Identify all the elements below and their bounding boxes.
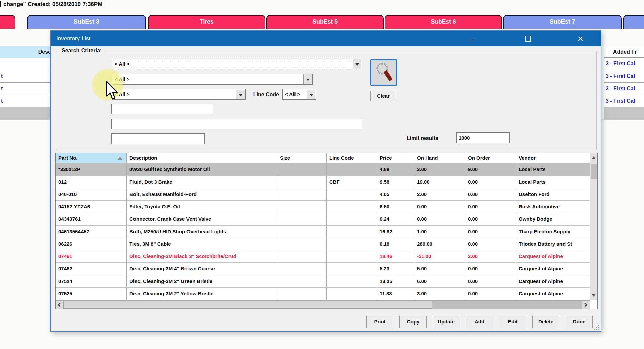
- scroll-left-icon: [58, 303, 62, 307]
- inventory-table: Part No. Description Size Line Code Pric…: [55, 153, 598, 309]
- category-dropdown-button[interactable]: [303, 74, 312, 84]
- background-row[interactable]: 3 - First Cal: [604, 83, 644, 95]
- dialog-titlebar[interactable]: Inventory List ×: [51, 31, 601, 46]
- background-row[interactable]: t: [0, 83, 51, 95]
- done-button[interactable]: Done: [566, 316, 593, 328]
- horizontal-scroll-thumb[interactable]: [63, 301, 432, 309]
- tab-subest5[interactable]: SubEst 5: [266, 15, 384, 29]
- table-row[interactable]: 04613564457Bulb, M250/U HID Shop Overhea…: [56, 226, 597, 238]
- table-row[interactable]: 07524Disc, Cleaning-3M 2" Green Bristle1…: [56, 275, 597, 288]
- manufacturer-select[interactable]: < All >: [112, 89, 246, 100]
- background-row[interactable]: t: [0, 95, 51, 107]
- scroll-left-button[interactable]: [56, 301, 63, 309]
- minimize-icon: [470, 40, 474, 40]
- clear-button[interactable]: Clear: [370, 91, 396, 101]
- table-row[interactable]: 04152-YZZA6Filter, Toyota O.E. Oil6.500.…: [56, 201, 597, 213]
- column-header-size[interactable]: Size: [277, 153, 327, 163]
- background-column-header-description: Desc: [0, 46, 51, 58]
- maximize-icon: [525, 36, 531, 42]
- background-row[interactable]: [0, 58, 51, 70]
- update-button[interactable]: Update: [433, 316, 460, 328]
- background-row[interactable]: t: [0, 70, 51, 83]
- scroll-right-icon: [583, 303, 587, 307]
- scroll-down-icon[interactable]: [592, 294, 596, 297]
- table-row-negative-stock[interactable]: 07461Disc, Cleaning-3M Black 3" Scotchbr…: [56, 250, 597, 263]
- scroll-up-icon[interactable]: [592, 156, 596, 159]
- column-header-on-hand[interactable]: On Hand: [414, 153, 465, 163]
- close-button[interactable]: ×: [579, 31, 595, 46]
- dialog-title: Inventory List: [56, 31, 90, 46]
- vertical-scroll-thumb[interactable]: [591, 164, 597, 179]
- vendor-dropdown-button[interactable]: [353, 59, 361, 69]
- table-row[interactable]: 012Fluid, Dot 3 BrakeCBF9.5819.000.00Loc…: [56, 176, 597, 188]
- close-icon: ×: [577, 33, 583, 45]
- delete-button[interactable]: Delete: [532, 316, 559, 328]
- vertical-scrollbar[interactable]: [590, 153, 597, 300]
- table-row[interactable]: *330212P0W20 GulfTec Synthetic Motor Oil…: [56, 163, 597, 176]
- magnifier-icon: [371, 60, 395, 84]
- tab-partial-left[interactable]: [0, 15, 15, 29]
- vendor-select[interactable]: < All >: [112, 59, 362, 69]
- line-code-label: Line Code: [239, 92, 279, 98]
- limit-results-label: Limit results: [396, 135, 438, 141]
- limit-results-input[interactable]: [456, 132, 510, 143]
- column-header-on-order[interactable]: On Order: [465, 153, 516, 163]
- background-column-divider: [603, 46, 603, 120]
- line-code-dropdown-button[interactable]: [307, 90, 315, 99]
- copy-button[interactable]: Copy: [399, 316, 427, 328]
- background-row[interactable]: 3 - First Cal: [604, 70, 644, 83]
- print-button[interactable]: Print: [366, 316, 393, 328]
- tab-partial-right[interactable]: [623, 15, 644, 29]
- chevron-down-icon: [355, 63, 359, 66]
- table-row[interactable]: 04343761Connector, Crank Case Vent Valve…: [56, 213, 597, 226]
- search-criteria-label: Search Criteria:: [60, 48, 104, 54]
- search-button[interactable]: [370, 59, 397, 86]
- table-row[interactable]: 07482Disc, Cleaning-3M 4" Brown Coarse5.…: [56, 263, 597, 275]
- add-button[interactable]: Add: [466, 316, 493, 328]
- table-row[interactable]: 040-010Bolt, Exhaust Manifold-Ford4.052.…: [56, 188, 597, 201]
- table-row[interactable]: 07525Disc, Cleaning-3M 2" Yellow Bristle…: [56, 288, 597, 300]
- background-row[interactable]: 3 - First Cal: [604, 95, 644, 107]
- description-input[interactable]: [111, 119, 362, 129]
- edit-button[interactable]: Edit: [499, 316, 526, 328]
- sort-ascending-icon: [118, 157, 122, 160]
- chevron-down-icon: [309, 94, 313, 96]
- background-row-gray: [0, 107, 51, 120]
- category-select[interactable]: < All >: [112, 74, 313, 85]
- scroll-right-button[interactable]: [582, 301, 590, 309]
- chevron-down-icon: [306, 79, 310, 81]
- size-input[interactable]: [111, 133, 205, 144]
- inventory-list-dialog: Inventory List × Search Criteria: Vendor…: [50, 30, 601, 332]
- horizontal-scrollbar[interactable]: [56, 300, 590, 309]
- background-row-gray: [604, 107, 644, 120]
- part-no-input[interactable]: [111, 104, 213, 114]
- table-row[interactable]: 06226Ties, 3M 8" Cable0.18289.000.00Trio…: [56, 238, 597, 250]
- tabbar-divider: [0, 29, 644, 29]
- tab-subest6[interactable]: SubEst 6: [385, 15, 502, 29]
- column-header-description[interactable]: Description: [127, 153, 277, 163]
- tab-subest3[interactable]: SubEst 3: [27, 15, 146, 29]
- estimate-status-text: change" Created: 05/28/2019 7:36PM: [3, 1, 102, 8]
- tab-subest7[interactable]: SubEst 7: [503, 15, 622, 29]
- mouse-cursor-icon: [106, 81, 119, 100]
- tab-tires[interactable]: Tires: [148, 15, 265, 29]
- column-header-part-no[interactable]: Part No.: [56, 153, 127, 163]
- column-header-vendor[interactable]: Vendor: [516, 153, 590, 163]
- screen: change" Created: 05/28/2019 7:36PM SubEs…: [0, 0, 644, 349]
- table-header-row: Part No. Description Size Line Code Pric…: [56, 153, 597, 163]
- background-row[interactable]: 3 - First Cal: [604, 58, 644, 70]
- resize-grip[interactable]: [594, 324, 599, 330]
- maximize-button[interactable]: [553, 31, 569, 46]
- background-column-header-added-from: Added Fr: [604, 46, 644, 58]
- column-header-price[interactable]: Price: [377, 153, 414, 163]
- line-code-select[interactable]: < All >: [282, 89, 316, 100]
- column-header-line-code[interactable]: Line Code: [327, 153, 377, 163]
- clipped-text-fragment: [0, 1, 1, 7]
